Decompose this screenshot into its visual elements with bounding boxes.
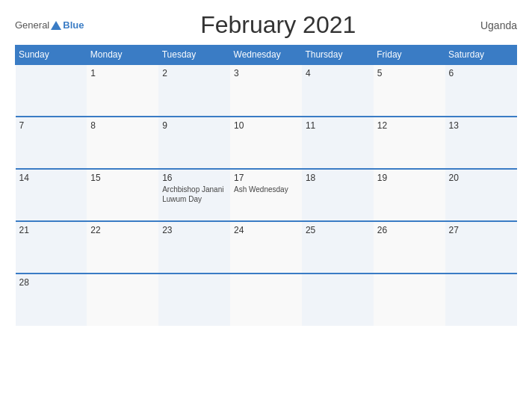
country-label: Uganda (472, 19, 517, 31)
day-number: 4 (306, 68, 370, 78)
day-number: 13 (449, 120, 513, 131)
day-cell: 9 (158, 117, 230, 169)
day-cell: 20 (445, 169, 517, 221)
logo-blue-text: Blue (63, 19, 84, 31)
day-cell: 21 (16, 221, 87, 274)
day-cell (230, 274, 302, 326)
day-cell (158, 274, 230, 326)
day-cell: 7 (16, 117, 87, 169)
day-number: 23 (162, 225, 226, 235)
logo-general-text: General (15, 19, 49, 31)
day-cell: 27 (445, 221, 517, 274)
weekday-sunday: Sunday (16, 46, 87, 65)
day-cell: 24 (230, 221, 302, 274)
day-cell: 6 (445, 64, 517, 117)
weekday-thursday: Thursday (302, 46, 374, 65)
day-number: 25 (306, 225, 370, 235)
weekday-wednesday: Wednesday (230, 46, 302, 65)
day-number: 22 (90, 225, 155, 235)
day-cell: 4 (302, 64, 374, 117)
day-number: 12 (377, 120, 442, 131)
week-row-4: 21222324252627 (16, 221, 517, 274)
day-number: 1 (90, 68, 155, 78)
day-cell: 25 (302, 221, 374, 274)
day-number: 6 (449, 68, 513, 78)
day-number: 5 (377, 68, 442, 78)
day-cell (302, 274, 374, 326)
day-number: 7 (19, 120, 84, 131)
day-cell (374, 274, 445, 326)
day-cell: 22 (87, 221, 158, 274)
day-cell (16, 64, 87, 117)
weekday-friday: Friday (374, 46, 445, 65)
day-cell (87, 274, 158, 326)
logo: General Blue (15, 19, 84, 31)
week-row-3: 141516Archbishop Janani Luwum Day17Ash W… (16, 169, 517, 221)
day-number: 16 (162, 173, 226, 183)
day-number: 28 (19, 277, 84, 288)
event-label: Ash Wednesday (234, 185, 298, 194)
day-cell: 19 (374, 169, 445, 221)
calendar-table: SundayMondayTuesdayWednesdayThursdayFrid… (15, 45, 517, 326)
weekday-header-row: SundayMondayTuesdayWednesdayThursdayFrid… (16, 46, 517, 65)
day-number: 3 (234, 68, 298, 78)
day-cell: 3 (230, 64, 302, 117)
day-number: 26 (377, 225, 442, 235)
day-cell: 14 (16, 169, 87, 221)
day-number: 19 (377, 173, 442, 183)
day-number: 27 (449, 225, 513, 235)
day-cell: 17Ash Wednesday (230, 169, 302, 221)
day-cell: 11 (302, 117, 374, 169)
calendar-title: February 2021 (84, 11, 472, 39)
day-number: 10 (234, 120, 298, 131)
day-cell: 12 (374, 117, 445, 169)
day-number: 21 (19, 225, 84, 235)
weekday-saturday: Saturday (445, 46, 517, 65)
day-cell: 28 (16, 274, 87, 326)
day-cell: 26 (374, 221, 445, 274)
day-cell: 2 (158, 64, 230, 117)
day-cell: 18 (302, 169, 374, 221)
day-cell: 10 (230, 117, 302, 169)
logo-triangle-icon (51, 21, 61, 30)
day-cell: 23 (158, 221, 230, 274)
day-cell: 1 (87, 64, 158, 117)
day-number: 15 (90, 173, 155, 183)
day-number: 17 (234, 173, 298, 183)
calendar-header: General Blue February 2021 Uganda (15, 11, 517, 39)
day-number: 18 (306, 173, 370, 183)
day-number: 20 (449, 173, 513, 183)
day-number: 14 (19, 173, 84, 183)
day-number: 2 (162, 68, 226, 78)
weekday-monday: Monday (87, 46, 158, 65)
day-number: 24 (234, 225, 298, 235)
event-label: Archbishop Janani Luwum Day (162, 185, 226, 204)
day-cell: 15 (87, 169, 158, 221)
week-row-2: 78910111213 (16, 117, 517, 169)
day-number: 9 (162, 120, 226, 131)
day-number: 8 (90, 120, 155, 131)
day-cell: 16Archbishop Janani Luwum Day (158, 169, 230, 221)
weekday-tuesday: Tuesday (158, 46, 230, 65)
day-cell: 5 (374, 64, 445, 117)
week-row-5: 28 (16, 274, 517, 326)
day-cell (445, 274, 517, 326)
day-cell: 13 (445, 117, 517, 169)
week-row-1: 123456 (16, 64, 517, 117)
day-cell: 8 (87, 117, 158, 169)
day-number: 11 (306, 120, 370, 131)
